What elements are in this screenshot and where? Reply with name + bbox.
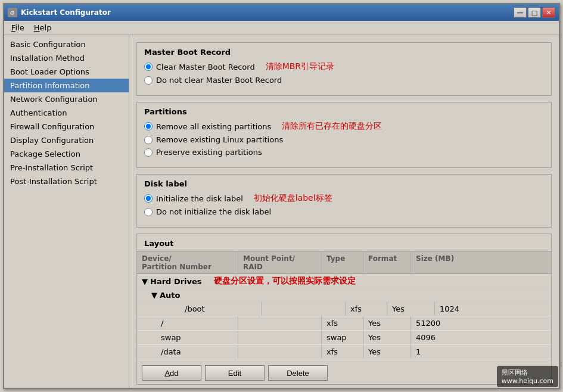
cell-format-root: Yes xyxy=(363,316,411,330)
col-format: Format xyxy=(363,252,411,273)
partition-row-data[interactable]: /data xfs Yes 1 xyxy=(137,345,551,359)
main-window: ⚙ Kickstart Configurator — □ ✕ File Help… xyxy=(3,3,560,389)
partitions-remove-all-radio[interactable] xyxy=(144,122,153,130)
cell-format-boot: Yes xyxy=(387,302,435,316)
watermark: 黑区网络 www.heiqu.com xyxy=(497,366,558,387)
auto-label: Auto xyxy=(160,291,180,300)
sidebar-item-basic-configuration[interactable]: Basic Configuration xyxy=(4,38,129,51)
disk-noinit-radio[interactable] xyxy=(144,208,153,216)
master-boot-record-section: Master Boot Record Clear Master Boot Rec… xyxy=(136,42,552,96)
hard-drives-arrow: ▼ xyxy=(142,277,148,286)
mbr-title: Master Boot Record xyxy=(144,48,544,57)
cell-size-boot: 1024 xyxy=(435,302,494,316)
sidebar-item-package-selection[interactable]: Package Selection xyxy=(4,147,129,161)
watermark-line2: www.heiqu.com xyxy=(502,377,553,385)
cell-type-root: xfs xyxy=(322,316,363,330)
col-device: Device/Partition Number xyxy=(137,252,238,273)
edit-button[interactable]: Edit xyxy=(205,365,265,381)
sidebar-item-network-configuration[interactable]: Network Configuration xyxy=(4,92,129,106)
cell-format-data: Yes xyxy=(363,345,411,359)
cell-mount-data xyxy=(238,345,322,359)
menubar: File Help xyxy=(4,21,559,35)
window-controls: — □ ✕ xyxy=(514,7,555,18)
sidebar-item-boot-loader-options[interactable]: Boot Loader Options xyxy=(4,65,129,79)
partitions-preserve-label: Preserve existing partitions xyxy=(156,148,262,157)
mbr-noclear-label: Do not clear Master Boot Record xyxy=(156,76,282,85)
partitions-remove-linux-label: Remove existing Linux partitions xyxy=(156,135,283,144)
sidebar-item-partition-information[interactable]: Partition Information xyxy=(4,79,129,92)
partitions-title: Partitions xyxy=(144,107,544,116)
window-title: Kickstart Configurator xyxy=(21,8,514,17)
cell-size-swap: 4096 xyxy=(411,331,471,344)
sidebar-item-authentication[interactable]: Authentication xyxy=(4,106,129,120)
sidebar-item-pre-installation-script[interactable]: Pre-Installation Script xyxy=(4,161,129,175)
add-button[interactable]: Add xyxy=(142,365,201,381)
partitions-option-preserve: Preserve existing partitions xyxy=(144,148,544,157)
sidebar-item-installation-method[interactable]: Installation Method xyxy=(4,51,129,65)
mbr-clear-annotation: 清除MBR引导记录 xyxy=(266,61,334,72)
hard-drives-label: Hard Drives xyxy=(150,277,202,286)
delete-button[interactable]: Delete xyxy=(268,365,328,381)
auto-arrow: ▼ xyxy=(151,291,157,300)
menu-help[interactable]: Help xyxy=(29,22,57,33)
partition-row-swap[interactable]: swap swap Yes 4096 xyxy=(137,331,551,345)
cell-type-boot: xfs xyxy=(346,302,387,316)
layout-buttons: Add Edit Delete xyxy=(137,362,551,384)
partitions-section: Partitions Remove all existing partition… xyxy=(136,102,552,168)
cell-device-data: /data xyxy=(137,345,238,359)
hard-drives-annotation: 硬盘分区设置，可以按照实际需求设定 xyxy=(214,276,356,287)
maximize-button[interactable]: □ xyxy=(528,7,541,18)
sidebar: Basic Configuration Installation Method … xyxy=(4,35,129,388)
mbr-clear-label: Clear Master Boot Record xyxy=(156,63,255,71)
titlebar: ⚙ Kickstart Configurator — □ ✕ xyxy=(4,4,559,21)
auto-row[interactable]: ▼ Auto xyxy=(137,289,551,302)
hard-drives-row[interactable]: ▼ Hard Drives 硬盘分区设置，可以按照实际需求设定 xyxy=(137,274,551,289)
cell-type-data: xfs xyxy=(322,345,363,359)
sidebar-item-post-installation-script[interactable]: Post-Installation Script xyxy=(4,175,129,188)
disk-init-annotation: 初始化硬盘label标签 xyxy=(254,193,332,204)
mbr-clear-radio[interactable] xyxy=(144,63,153,71)
disk-label-option-init: Initialize the disk label 初始化硬盘label标签 xyxy=(144,193,544,204)
cell-size-root: 51200 xyxy=(411,316,471,330)
disk-label-section: Disk label Initialize the disk label 初始化… xyxy=(136,174,552,228)
col-type: Type xyxy=(322,252,363,273)
mbr-option-noclear: Do not clear Master Boot Record xyxy=(144,76,544,85)
partition-row-root[interactable]: / xfs Yes 51200 xyxy=(137,316,551,331)
menu-file[interactable]: File xyxy=(7,22,29,33)
sidebar-item-firewall-configuration[interactable]: Firewall Configuration xyxy=(4,120,129,133)
partitions-remove-all-annotation: 清除所有已存在的硬盘分区 xyxy=(282,121,382,132)
main-panel: Master Boot Record Clear Master Boot Rec… xyxy=(129,35,559,388)
app-icon: ⚙ xyxy=(8,8,17,17)
partitions-preserve-radio[interactable] xyxy=(144,148,153,157)
layout-title: Layout xyxy=(137,234,551,251)
disk-init-label: Initialize the disk label xyxy=(156,194,243,203)
cell-type-swap: swap xyxy=(322,331,363,344)
cell-mount-root xyxy=(238,316,322,330)
partition-row-boot[interactable]: /boot xfs Yes 1024 xyxy=(137,302,551,316)
partitions-option-remove-all: Remove all existing partitions 清除所有已存在的硬… xyxy=(144,121,544,132)
cell-mount-swap xyxy=(238,331,322,344)
sidebar-item-display-configuration[interactable]: Display Configuration xyxy=(4,133,129,147)
disk-label-title: Disk label xyxy=(144,179,544,188)
cell-mount-boot xyxy=(262,302,346,316)
partitions-remove-linux-radio[interactable] xyxy=(144,136,153,144)
disk-noinit-label: Do not initialize the disk label xyxy=(156,207,271,216)
cell-format-swap: Yes xyxy=(363,331,411,344)
minimize-button[interactable]: — xyxy=(514,7,527,18)
col-size: Size (MB) xyxy=(411,252,471,273)
mbr-option-clear: Clear Master Boot Record 清除MBR引导记录 xyxy=(144,61,544,72)
mbr-noclear-radio[interactable] xyxy=(144,76,153,85)
table-header: Device/Partition Number Mount Point/RAID… xyxy=(137,252,551,274)
col-mount: Mount Point/RAID xyxy=(238,252,322,273)
partitions-option-remove-linux: Remove existing Linux partitions xyxy=(144,135,544,144)
cell-device-boot: /boot xyxy=(161,302,262,316)
disk-label-option-noinit: Do not initialize the disk label xyxy=(144,207,544,216)
partition-table: Device/Partition Number Mount Point/RAID… xyxy=(137,251,551,359)
cell-size-data: 1 xyxy=(411,345,471,359)
partitions-remove-all-label: Remove all existing partitions xyxy=(156,122,271,131)
disk-init-radio[interactable] xyxy=(144,194,153,203)
layout-section: Layout Device/Partition Number Mount Poi… xyxy=(136,234,552,385)
watermark-line1: 黑区网络 xyxy=(502,368,553,377)
close-button[interactable]: ✕ xyxy=(542,7,555,18)
cell-device-root: / xyxy=(137,316,238,330)
